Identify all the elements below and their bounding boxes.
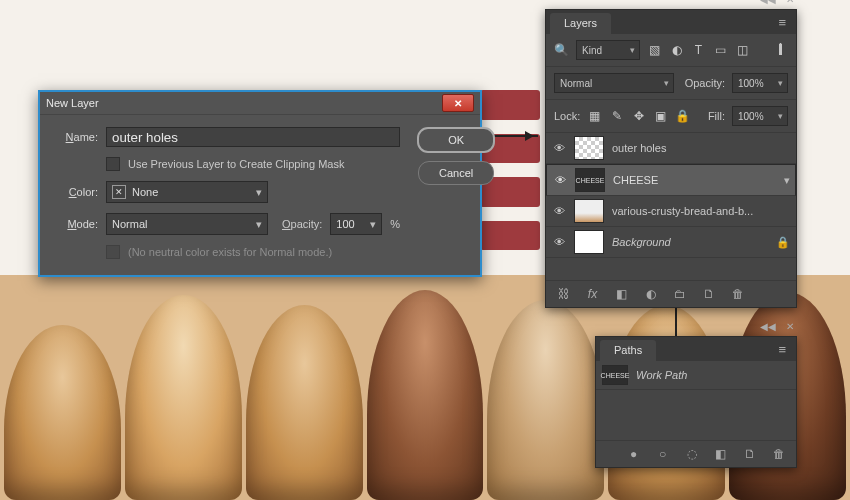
visibility-icon[interactable]: 👁 bbox=[553, 174, 567, 186]
filter-shape-icon[interactable]: ▭ bbox=[713, 43, 728, 58]
layer-row[interactable]: 👁 outer holes bbox=[546, 133, 796, 164]
close-icon[interactable]: ✕ bbox=[442, 94, 474, 112]
name-label: Name: bbox=[54, 131, 98, 143]
name-input[interactable] bbox=[106, 127, 400, 147]
filter-toggle-icon[interactable]: ⏽ bbox=[773, 43, 788, 58]
opacity-input[interactable]: 100 bbox=[330, 213, 382, 235]
filter-kind-select[interactable]: Kind bbox=[576, 40, 640, 60]
mask-path-icon[interactable]: ◧ bbox=[713, 447, 728, 462]
color-select[interactable]: ✕None bbox=[106, 181, 268, 203]
opacity-suffix: % bbox=[390, 218, 400, 230]
fx-icon[interactable]: fx bbox=[585, 287, 600, 302]
layers-footer: ⛓ fx ◧ ◐ 🗀 🗋 🗑 bbox=[546, 280, 796, 307]
mask-icon[interactable]: ◧ bbox=[614, 287, 629, 302]
layer-name[interactable]: Background bbox=[612, 236, 768, 248]
layer-name[interactable]: CHEESE bbox=[613, 174, 789, 186]
path-thumb[interactable]: CHEESE bbox=[602, 365, 628, 385]
visibility-icon[interactable]: 👁 bbox=[552, 236, 566, 248]
panel-menu-icon[interactable]: ≡ bbox=[768, 15, 796, 30]
paths-panel: ◀◀✕ Paths ≡ CHEESE Work Path ● ○ ◌ ◧ 🗋 🗑 bbox=[595, 336, 797, 468]
layer-row[interactable]: 👁 various-crusty-bread-and-b... bbox=[546, 196, 796, 227]
opacity-label: Opacity: bbox=[282, 218, 322, 230]
trash-icon[interactable]: 🗑 bbox=[730, 287, 745, 302]
lock-all-icon[interactable]: 🔒 bbox=[675, 109, 690, 124]
paths-footer: ● ○ ◌ ◧ 🗋 🗑 bbox=[596, 440, 796, 467]
neutral-checkbox bbox=[106, 245, 120, 259]
new-path-icon[interactable]: 🗋 bbox=[742, 447, 757, 462]
layer-thumb[interactable] bbox=[574, 230, 604, 254]
mode-label: Mode: bbox=[54, 218, 98, 230]
lock-artboard-icon[interactable]: ▣ bbox=[653, 109, 668, 124]
layers-panel: ◀◀✕ Layers ≡ 🔍 Kind ▧ ◐ T ▭ ◫ ⏽ Normal O… bbox=[545, 9, 797, 308]
layer-list: 👁 outer holes 👁 CHEESE CHEESE 👁 various-… bbox=[546, 133, 796, 258]
layer-row[interactable]: 👁 Background 🔒 bbox=[546, 227, 796, 258]
panel-collapse-icons[interactable]: ◀◀✕ bbox=[760, 321, 794, 332]
filter-adjust-icon[interactable]: ◐ bbox=[669, 43, 684, 58]
layer-opacity-input[interactable]: 100% bbox=[732, 73, 788, 93]
link-icon[interactable]: ⛓ bbox=[556, 287, 571, 302]
tab-paths[interactable]: Paths bbox=[600, 340, 656, 361]
lock-paint-icon[interactable]: ✎ bbox=[609, 109, 624, 124]
clipping-mask-label: Use Previous Layer to Create Clipping Ma… bbox=[128, 158, 344, 170]
fill-input[interactable]: 100% bbox=[732, 106, 788, 126]
layer-row[interactable]: 👁 CHEESE CHEESE bbox=[546, 164, 796, 196]
stroke-path-icon[interactable]: ○ bbox=[655, 447, 670, 462]
new-layer-dialog: New Layer ✕ Name: Use Previous Layer to … bbox=[38, 90, 482, 277]
mode-select[interactable]: Normal bbox=[106, 213, 268, 235]
lock-transparent-icon[interactable]: ▦ bbox=[587, 109, 602, 124]
dialog-title: New Layer bbox=[46, 97, 99, 109]
path-name[interactable]: Work Path bbox=[636, 369, 790, 381]
new-layer-icon[interactable]: 🗋 bbox=[701, 287, 716, 302]
search-icon: 🔍 bbox=[554, 43, 569, 58]
visibility-icon[interactable]: 👁 bbox=[552, 205, 566, 217]
layer-thumb[interactable] bbox=[574, 136, 604, 160]
visibility-icon[interactable]: 👁 bbox=[552, 142, 566, 154]
filter-smart-icon[interactable]: ◫ bbox=[735, 43, 750, 58]
layer-name[interactable]: outer holes bbox=[612, 142, 790, 154]
panel-menu-icon[interactable]: ≡ bbox=[768, 342, 796, 357]
path-row[interactable]: CHEESE Work Path bbox=[596, 361, 796, 390]
lock-icon: 🔒 bbox=[776, 236, 790, 249]
opacity-label: Opacity: bbox=[685, 77, 725, 89]
layer-thumb[interactable]: CHEESE bbox=[575, 168, 605, 192]
fill-path-icon[interactable]: ● bbox=[626, 447, 641, 462]
group-icon[interactable]: 🗀 bbox=[672, 287, 687, 302]
lock-label: Lock: bbox=[554, 110, 580, 122]
panel-collapse-icons[interactable]: ◀◀✕ bbox=[760, 0, 794, 5]
tab-layers[interactable]: Layers bbox=[550, 13, 611, 34]
ok-button[interactable]: OK bbox=[417, 127, 495, 153]
color-label: Color: bbox=[54, 186, 98, 198]
neutral-note: (No neutral color exists for Normal mode… bbox=[128, 246, 332, 258]
blend-mode-select[interactable]: Normal bbox=[554, 73, 674, 93]
adjustment-icon[interactable]: ◐ bbox=[643, 287, 658, 302]
trash-icon[interactable]: 🗑 bbox=[771, 447, 786, 462]
lock-position-icon[interactable]: ✥ bbox=[631, 109, 646, 124]
filter-type-icon[interactable]: T bbox=[691, 43, 706, 58]
fill-label: Fill: bbox=[708, 110, 725, 122]
cancel-button[interactable]: Cancel bbox=[418, 161, 494, 185]
clipping-mask-checkbox[interactable] bbox=[106, 157, 120, 171]
dialog-titlebar[interactable]: New Layer ✕ bbox=[40, 92, 480, 115]
filter-pixel-icon[interactable]: ▧ bbox=[647, 43, 662, 58]
layer-name[interactable]: various-crusty-bread-and-b... bbox=[612, 205, 790, 217]
selection-path-icon[interactable]: ◌ bbox=[684, 447, 699, 462]
layer-thumb[interactable] bbox=[574, 199, 604, 223]
